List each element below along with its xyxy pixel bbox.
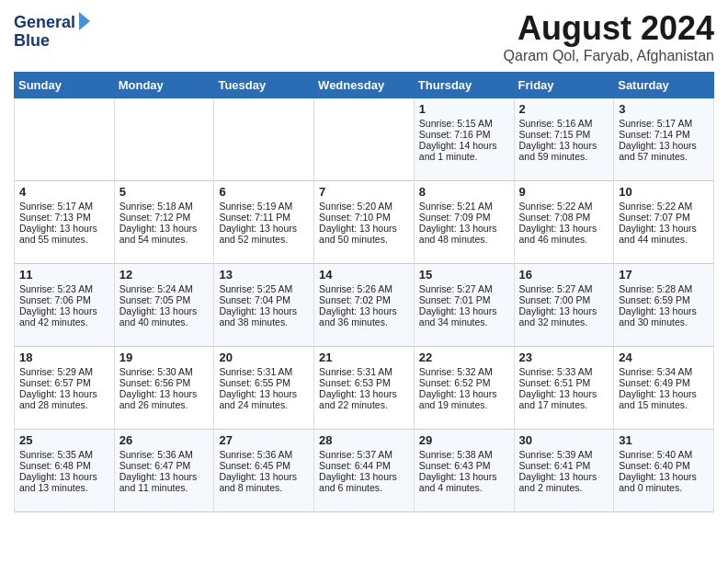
day-number: 25 (19, 433, 109, 447)
day-info: and 28 minutes. (19, 399, 109, 410)
title-section: August 2024 Qaram Qol, Faryab, Afghanist… (504, 9, 714, 64)
day-number: 1 (419, 102, 509, 116)
day-info: Sunset: 6:44 PM (319, 460, 409, 471)
day-info: Sunset: 7:15 PM (519, 129, 609, 140)
calendar-cell: 7Sunrise: 5:20 AMSunset: 7:10 PMDaylight… (314, 181, 415, 264)
calendar-cell: 31Sunrise: 5:40 AMSunset: 6:40 PMDayligh… (614, 430, 714, 512)
day-info: and 1 minute. (419, 151, 509, 162)
day-number: 18 (19, 350, 109, 364)
day-info: Daylight: 14 hours (419, 140, 509, 151)
week-row-3: 11Sunrise: 5:23 AMSunset: 7:06 PMDayligh… (15, 264, 714, 347)
day-info: Daylight: 13 hours (219, 223, 309, 234)
day-info: Sunset: 6:41 PM (519, 460, 609, 471)
day-info: and 17 minutes. (519, 399, 609, 410)
day-number: 5 (119, 185, 210, 199)
day-info: Sunset: 7:11 PM (219, 212, 309, 223)
day-info: and 15 minutes. (619, 399, 709, 410)
day-info: Sunrise: 5:33 AM (519, 366, 609, 377)
day-info: Sunrise: 5:22 AM (519, 201, 609, 212)
calendar-cell: 8Sunrise: 5:21 AMSunset: 7:09 PMDaylight… (414, 181, 514, 264)
day-info: Daylight: 13 hours (419, 471, 509, 482)
day-number: 30 (519, 433, 609, 447)
day-info: and 6 minutes. (319, 482, 409, 493)
calendar-cell: 24Sunrise: 5:34 AMSunset: 6:49 PMDayligh… (614, 347, 714, 430)
day-number: 26 (119, 433, 210, 447)
day-number: 3 (619, 102, 709, 116)
day-info: Sunrise: 5:28 AM (619, 283, 709, 294)
day-info: Sunset: 6:48 PM (19, 460, 109, 471)
day-info: Daylight: 13 hours (519, 388, 609, 399)
day-info: Sunrise: 5:24 AM (119, 283, 210, 294)
calendar-cell: 20Sunrise: 5:31 AMSunset: 6:55 PMDayligh… (214, 347, 314, 430)
day-info: Sunset: 7:14 PM (619, 129, 709, 140)
calendar-cell (314, 98, 415, 181)
day-info: Sunset: 6:45 PM (219, 460, 309, 471)
day-info: Sunrise: 5:29 AM (19, 366, 109, 377)
day-number: 31 (619, 433, 709, 447)
day-info: Sunset: 6:49 PM (619, 377, 709, 388)
calendar-cell: 3Sunrise: 5:17 AMSunset: 7:14 PMDaylight… (614, 98, 714, 181)
day-info: Daylight: 13 hours (319, 223, 409, 234)
logo-text-line1: General (14, 14, 75, 32)
day-info: Daylight: 13 hours (419, 388, 509, 399)
calendar-cell: 9Sunrise: 5:22 AMSunset: 7:08 PMDaylight… (514, 181, 614, 264)
week-row-4: 18Sunrise: 5:29 AMSunset: 6:57 PMDayligh… (15, 347, 714, 430)
day-info: Sunset: 7:05 PM (119, 294, 210, 305)
day-number: 12 (119, 268, 210, 282)
day-number: 23 (519, 350, 609, 364)
day-info: Daylight: 13 hours (119, 471, 210, 482)
day-info: Daylight: 13 hours (619, 471, 709, 482)
day-info: Sunset: 6:55 PM (219, 377, 309, 388)
day-info: Sunset: 6:51 PM (519, 377, 609, 388)
day-info: Daylight: 13 hours (619, 140, 709, 151)
day-info: Daylight: 13 hours (19, 388, 109, 399)
day-info: Daylight: 13 hours (119, 388, 210, 399)
day-number: 29 (419, 433, 509, 447)
day-info: and 30 minutes. (619, 316, 709, 327)
day-info: Sunrise: 5:17 AM (619, 118, 709, 129)
day-info: Sunset: 7:09 PM (419, 212, 509, 223)
day-info: Daylight: 13 hours (319, 471, 409, 482)
weekday-header-monday: Monday (114, 73, 214, 98)
day-number: 14 (319, 268, 409, 282)
day-number: 20 (219, 350, 309, 364)
week-row-1: 1Sunrise: 5:15 AMSunset: 7:16 PMDaylight… (15, 98, 714, 181)
day-info: and 55 minutes. (19, 234, 109, 245)
day-info: and 26 minutes. (119, 399, 210, 410)
day-info: Daylight: 13 hours (319, 305, 409, 316)
day-info: and 52 minutes. (219, 234, 309, 245)
day-info: Daylight: 13 hours (19, 223, 109, 234)
day-number: 17 (619, 268, 709, 282)
calendar-cell: 21Sunrise: 5:31 AMSunset: 6:53 PMDayligh… (314, 347, 415, 430)
weekday-header-tuesday: Tuesday (214, 73, 314, 98)
day-info: Sunrise: 5:19 AM (219, 201, 309, 212)
calendar-cell (114, 98, 214, 181)
day-info: Sunset: 6:40 PM (619, 460, 709, 471)
day-info: Sunrise: 5:30 AM (119, 366, 210, 377)
calendar-cell: 15Sunrise: 5:27 AMSunset: 7:01 PMDayligh… (414, 264, 514, 347)
day-number: 9 (519, 185, 609, 199)
calendar-cell: 2Sunrise: 5:16 AMSunset: 7:15 PMDaylight… (514, 98, 614, 181)
day-info: and 11 minutes. (119, 482, 210, 493)
day-info: Sunset: 7:02 PM (319, 294, 409, 305)
day-info: Sunset: 7:04 PM (219, 294, 309, 305)
day-info: Sunset: 7:01 PM (419, 294, 509, 305)
calendar-cell: 19Sunrise: 5:30 AMSunset: 6:56 PMDayligh… (114, 347, 214, 430)
day-info: Sunrise: 5:36 AM (219, 449, 309, 460)
day-info: Daylight: 13 hours (619, 388, 709, 399)
day-number: 4 (19, 185, 109, 199)
day-info: Sunrise: 5:31 AM (219, 366, 309, 377)
day-info: Daylight: 13 hours (519, 223, 609, 234)
calendar-cell: 17Sunrise: 5:28 AMSunset: 6:59 PMDayligh… (614, 264, 714, 347)
day-info: and 57 minutes. (619, 151, 709, 162)
calendar-cell: 4Sunrise: 5:17 AMSunset: 7:13 PMDaylight… (15, 181, 115, 264)
logo-arrow-icon (79, 12, 90, 30)
day-info: and 34 minutes. (419, 316, 509, 327)
day-info: and 13 minutes. (19, 482, 109, 493)
day-info: and 44 minutes. (619, 234, 709, 245)
day-number: 21 (319, 350, 409, 364)
day-info: Sunrise: 5:20 AM (319, 201, 409, 212)
day-info: and 40 minutes. (119, 316, 210, 327)
day-info: and 8 minutes. (219, 482, 309, 493)
calendar-cell: 23Sunrise: 5:33 AMSunset: 6:51 PMDayligh… (514, 347, 614, 430)
